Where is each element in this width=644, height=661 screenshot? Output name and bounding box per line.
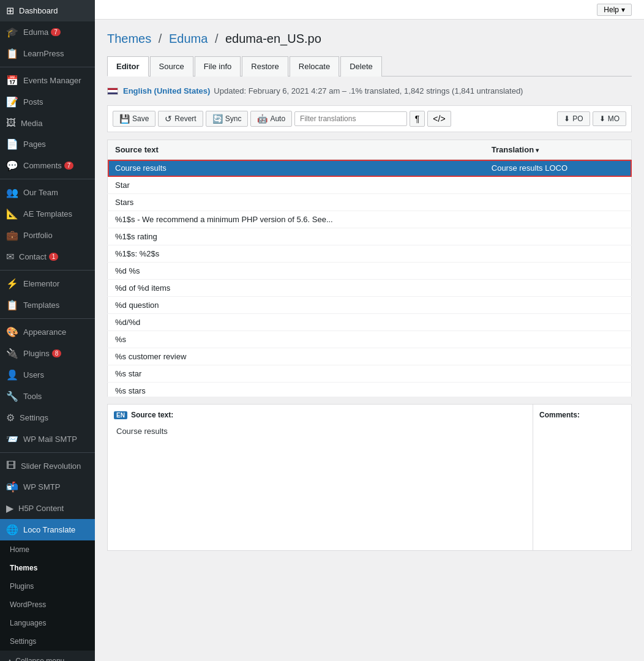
sidebar-item-users[interactable]: 👤 Users (0, 364, 95, 386)
posts-icon: 📝 (6, 96, 18, 108)
tab-relocate[interactable]: Relocate (290, 56, 339, 77)
slider-icon: 🎞 (6, 460, 16, 471)
sidebar-item-pages[interactable]: 📄 Pages (0, 133, 95, 155)
sidebar-item-settings[interactable]: ⚙ Settings (0, 407, 95, 428)
table-row[interactable]: %d of %d items (108, 280, 632, 297)
sidebar-item-comments[interactable]: 💬 Comments 7 (0, 155, 95, 176)
top-bar: Help ▾ (95, 0, 644, 20)
language-name: English (United States) (123, 86, 210, 95)
sidebar-item-contact[interactable]: ✉ Contact 1 (0, 246, 95, 267)
sidebar-item-eduma[interactable]: 🎓 Eduma 7 (0, 21, 95, 43)
users-icon: 👤 (6, 369, 18, 381)
sidebar-item-portfolio[interactable]: 💼 Portfolio (0, 225, 95, 246)
elementor-icon: ⚡ (6, 278, 18, 289)
tab-delete[interactable]: Delete (340, 56, 382, 77)
eduma-icon: 🎓 (6, 26, 18, 38)
tab-source[interactable]: Source (150, 56, 193, 77)
download-icon-mo: ⬇ (599, 114, 605, 123)
source-text-content: Course results (114, 424, 526, 438)
sidebar-item-h5p[interactable]: ▶ H5P Content (0, 498, 95, 519)
sidebar-item-loco-translate[interactable]: 🌐 Loco Translate (0, 519, 95, 540)
sidebar-item-posts[interactable]: 📝 Posts (0, 91, 95, 113)
table-row[interactable]: %1$s rating (108, 228, 632, 245)
filter-input[interactable] (294, 111, 407, 126)
submenu-item-themes[interactable]: Themes (0, 559, 95, 577)
submenu-item-home[interactable]: Home (0, 540, 95, 559)
translation-cell (484, 228, 632, 245)
appearance-icon: 🎨 (6, 326, 18, 338)
submenu-item-plugins[interactable]: Plugins (0, 577, 95, 596)
dashboard-icon: ⊞ (6, 5, 14, 17)
separator-2 (0, 179, 95, 179)
sidebar-item-our-team[interactable]: 👥 Our Team (0, 182, 95, 203)
sidebar-item-slider-revolution[interactable]: 🎞 Slider Revolution (0, 455, 95, 476)
loco-translate-icon: 🌐 (6, 524, 18, 536)
sidebar-item-ae-templates[interactable]: 📐 AE Templates (0, 203, 95, 225)
table-row[interactable]: %d %s (108, 263, 632, 280)
table-row[interactable]: Stars (108, 194, 632, 211)
source-cell: %d of %d items (108, 280, 484, 297)
table-row[interactable]: %1$s: %2$s (108, 245, 632, 263)
sidebar-item-wp-smtp[interactable]: 📬 WP SMTP (0, 476, 95, 498)
sidebar-item-wp-mail-smtp[interactable]: 📨 WP Mail SMTP (0, 428, 95, 450)
source-cell: %s (108, 331, 484, 348)
sidebar-item-plugins[interactable]: 🔌 Plugins 8 (0, 343, 95, 364)
settings-icon: ⚙ (6, 412, 15, 424)
paragraph-icon-btn[interactable]: ¶ (410, 111, 425, 127)
table-row[interactable]: %d question (108, 297, 632, 314)
breadcrumb-sep2: / (215, 32, 219, 45)
code-icon-btn[interactable]: </> (427, 111, 451, 127)
sidebar-item-tools[interactable]: 🔧 Tools (0, 386, 95, 407)
table-row[interactable]: %s star (108, 365, 632, 383)
tab-editor[interactable]: Editor (107, 56, 149, 77)
comments-panel-header: Comments: (539, 411, 625, 419)
download-mo-button[interactable]: ⬇ MO (593, 111, 626, 126)
table-row[interactable]: %s customer review (108, 348, 632, 365)
table-row[interactable]: %s stars (108, 383, 632, 397)
breadcrumb-file: eduma-en_US.po (225, 32, 321, 45)
submenu-item-settings[interactable]: Settings (0, 632, 95, 651)
submenu-item-languages[interactable]: Languages (0, 614, 95, 632)
sidebar-item-events-manager[interactable]: 📅 Events Manager (0, 70, 95, 91)
translation-cell (484, 297, 632, 314)
tab-file-info[interactable]: File info (195, 56, 241, 77)
table-row[interactable]: %1$s - We recommend a minimum PHP versio… (108, 211, 632, 228)
loco-submenu: Home Themes Plugins WordPress Languages … (0, 540, 95, 651)
col-source-header: Source text (108, 140, 484, 160)
breadcrumb-eduma-link[interactable]: Eduma (169, 32, 208, 45)
sidebar-item-learnpress[interactable]: 📋 LearnPress (0, 43, 95, 64)
auto-button[interactable]: 🤖 Auto (250, 111, 292, 127)
tab-restore[interactable]: Restore (242, 56, 288, 77)
submenu-item-wordpress[interactable]: WordPress (0, 596, 95, 614)
breadcrumb-themes-link[interactable]: Themes (107, 32, 151, 45)
source-cell: %d question (108, 297, 484, 314)
collapse-menu-btn[interactable]: ▲ Collapse menu (0, 651, 95, 661)
revert-button[interactable]: ↺ Revert (158, 111, 203, 127)
table-row[interactable]: %s (108, 331, 632, 348)
comments-panel: Comments: (533, 405, 631, 550)
sync-button[interactable]: 🔄 Sync (206, 111, 249, 127)
auto-icon: 🤖 (257, 114, 268, 124)
table-row[interactable]: %d/%d (108, 314, 632, 331)
sidebar-item-dashboard[interactable]: ⊞ Dashboard (0, 0, 95, 21)
help-button[interactable]: Help ▾ (597, 4, 632, 16)
sidebar-item-media[interactable]: 🖼 Media (0, 113, 95, 133)
save-button[interactable]: 💾 Save (113, 111, 155, 127)
table-row[interactable]: Course resultsCourse results LOCO (108, 160, 632, 177)
translation-cell (484, 314, 632, 331)
sidebar-item-templates[interactable]: 📋 Templates (0, 294, 95, 316)
table-row[interactable]: Star (108, 177, 632, 194)
col-translation-header[interactable]: Translation (484, 140, 632, 160)
sidebar-item-elementor[interactable]: ⚡ Elementor (0, 273, 95, 294)
templates-icon: 📋 (6, 299, 18, 311)
portfolio-icon: 💼 (6, 230, 18, 241)
download-po-button[interactable]: ⬇ PO (557, 111, 590, 126)
source-panel: EN Source text: Course results (108, 405, 533, 550)
translation-cell (484, 177, 632, 194)
translation-table-wrapper: Source text Translation Course resultsCo… (107, 140, 632, 397)
source-cell: Course results (108, 160, 484, 177)
contact-icon: ✉ (6, 251, 14, 263)
sidebar-item-appearance[interactable]: 🎨 Appearance (0, 321, 95, 343)
source-cell: %s stars (108, 383, 484, 397)
separator-5 (0, 452, 95, 453)
